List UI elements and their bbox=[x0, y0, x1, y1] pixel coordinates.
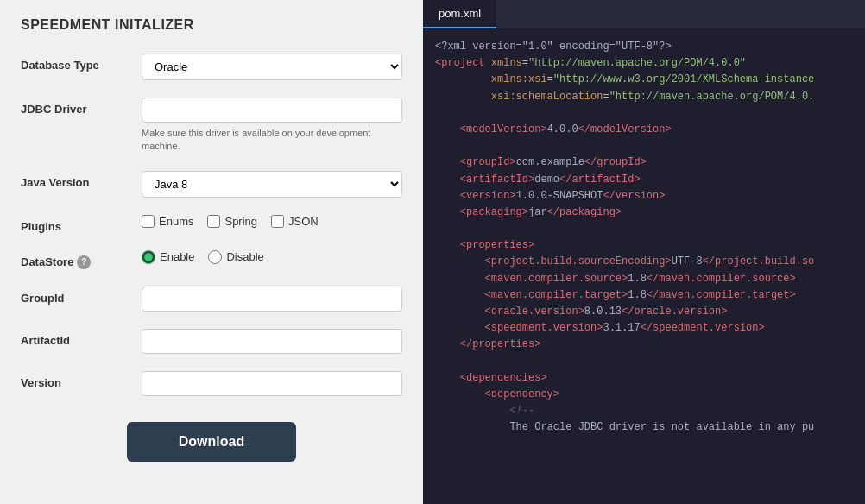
jdbc-driver-hint: Make sure this driver is available on yo… bbox=[142, 127, 402, 154]
groupid-wrap: com.example bbox=[142, 287, 402, 312]
plugin-spring-label: Spring bbox=[224, 215, 257, 228]
datastore-wrap: Enable Disable bbox=[142, 250, 402, 264]
datastore-label: DataStore bbox=[21, 255, 73, 268]
datastore-disable[interactable]: Disable bbox=[208, 250, 263, 264]
datastore-disable-radio[interactable] bbox=[208, 250, 222, 264]
groupid-label: GroupId bbox=[21, 287, 142, 305]
download-button[interactable]: Download bbox=[127, 422, 296, 462]
plugin-enums[interactable]: Enums bbox=[142, 215, 193, 228]
java-version-select[interactable]: Java 8 Java 11 Java 17 bbox=[142, 171, 402, 198]
plugin-enums-label: Enums bbox=[159, 215, 193, 228]
code-line: <groupId>com.example</groupId> bbox=[435, 154, 853, 171]
code-line bbox=[435, 138, 853, 154]
code-line: <modelVersion>4.0.0</modelVersion> bbox=[435, 122, 853, 138]
code-line bbox=[435, 105, 853, 122]
plugins-wrap: Enums Spring JSON bbox=[142, 215, 402, 228]
version-wrap: 1.0.0-SNAPSHOT bbox=[142, 371, 402, 396]
java-version-label: Java Version bbox=[21, 171, 142, 189]
datastore-label-wrap: DataStore ? bbox=[21, 250, 142, 269]
datastore-help-icon[interactable]: ? bbox=[77, 255, 91, 269]
panel-title: SPEEDMENT INITALIZER bbox=[21, 17, 402, 33]
plugins-options: Enums Spring JSON bbox=[142, 215, 402, 228]
java-version-wrap: Java 8 Java 11 Java 17 bbox=[142, 171, 402, 198]
code-line: <oracle.version>8.0.13</oracle.version> bbox=[435, 304, 853, 320]
code-line: <version>1.0.0-SNAPSHOT</version> bbox=[435, 188, 853, 205]
code-line: The Oracle JDBC driver is not available … bbox=[435, 419, 853, 436]
download-row: Download bbox=[21, 422, 402, 462]
database-type-label: Database Type bbox=[21, 54, 142, 72]
tab-bar: pom.xml bbox=[423, 0, 865, 28]
artifactid-wrap: demo bbox=[142, 329, 402, 354]
java-version-row: Java Version Java 8 Java 11 Java 17 bbox=[21, 171, 402, 198]
artifactid-input[interactable]: demo bbox=[142, 329, 402, 354]
code-line: <maven.compiler.source>1.8</maven.compil… bbox=[435, 271, 853, 287]
tab-pom-xml[interactable]: pom.xml bbox=[423, 0, 496, 28]
right-panel: pom.xml <?xml version="1.0" encoding="UT… bbox=[423, 0, 865, 504]
database-type-wrap: Oracle MySQL PostgreSQL MariaDB SQLite bbox=[142, 54, 402, 80]
groupid-row: GroupId com.example bbox=[21, 287, 402, 312]
version-label: Version bbox=[21, 371, 142, 389]
datastore-row: DataStore ? Enable Disable bbox=[21, 250, 402, 269]
jdbc-driver-row: JDBC Driver 8.0.13 Make sure this driver… bbox=[21, 98, 402, 154]
code-line bbox=[435, 354, 853, 370]
jdbc-driver-input[interactable]: 8.0.13 bbox=[142, 98, 402, 123]
code-line: <properties> bbox=[435, 237, 853, 254]
datastore-disable-label: Disable bbox=[226, 250, 263, 263]
code-line: <dependencies> bbox=[435, 370, 853, 387]
datastore-options: Enable Disable bbox=[142, 250, 402, 264]
code-line: <maven.compiler.target>1.8</maven.compil… bbox=[435, 287, 853, 304]
code-line: <speedment.version>3.1.17</speedment.ver… bbox=[435, 320, 853, 337]
datastore-enable[interactable]: Enable bbox=[142, 250, 194, 264]
plugin-enums-checkbox[interactable] bbox=[142, 215, 155, 228]
left-panel: SPEEDMENT INITALIZER Database Type Oracl… bbox=[0, 0, 423, 504]
plugin-json[interactable]: JSON bbox=[271, 215, 319, 228]
plugin-json-label: JSON bbox=[288, 215, 319, 228]
jdbc-driver-wrap: 8.0.13 Make sure this driver is availabl… bbox=[142, 98, 402, 154]
version-input[interactable]: 1.0.0-SNAPSHOT bbox=[142, 371, 402, 396]
datastore-enable-radio[interactable] bbox=[142, 250, 155, 264]
code-line: <project.build.sourceEncoding>UTF-8</pro… bbox=[435, 254, 853, 270]
code-line bbox=[435, 221, 853, 237]
database-type-row: Database Type Oracle MySQL PostgreSQL Ma… bbox=[21, 54, 402, 80]
artifactid-row: ArtifactId demo bbox=[21, 329, 402, 354]
code-line: </properties> bbox=[435, 337, 853, 353]
artifactid-label: ArtifactId bbox=[21, 329, 142, 347]
plugins-label: Plugins bbox=[21, 215, 142, 233]
code-line: <?xml version="1.0" encoding="UTF-8"?> bbox=[435, 39, 853, 55]
datastore-enable-label: Enable bbox=[160, 250, 194, 263]
code-line: <artifactId>demo</artifactId> bbox=[435, 172, 853, 188]
plugin-spring[interactable]: Spring bbox=[207, 215, 257, 228]
plugin-json-checkbox[interactable] bbox=[271, 215, 284, 228]
jdbc-driver-label: JDBC Driver bbox=[21, 98, 142, 116]
code-line: xmlns:xsi="http://www.w3.org/2001/XMLSch… bbox=[435, 72, 853, 88]
version-row: Version 1.0.0-SNAPSHOT bbox=[21, 371, 402, 396]
code-line: <packaging>jar</packaging> bbox=[435, 205, 853, 221]
database-type-select[interactable]: Oracle MySQL PostgreSQL MariaDB SQLite bbox=[142, 54, 402, 80]
datastore-label-group: DataStore ? bbox=[21, 255, 142, 269]
code-line: xsi:schemaLocation="http://maven.apache.… bbox=[435, 89, 853, 105]
code-line: <!-- bbox=[435, 403, 853, 419]
plugin-spring-checkbox[interactable] bbox=[207, 215, 220, 228]
code-line: <project xmlns="http://maven.apache.org/… bbox=[435, 55, 853, 72]
code-area[interactable]: <?xml version="1.0" encoding="UTF-8"?> <… bbox=[423, 28, 865, 504]
plugins-row: Plugins Enums Spring JSON bbox=[21, 215, 402, 233]
groupid-input[interactable]: com.example bbox=[142, 287, 402, 312]
code-line: <dependency> bbox=[435, 387, 853, 403]
